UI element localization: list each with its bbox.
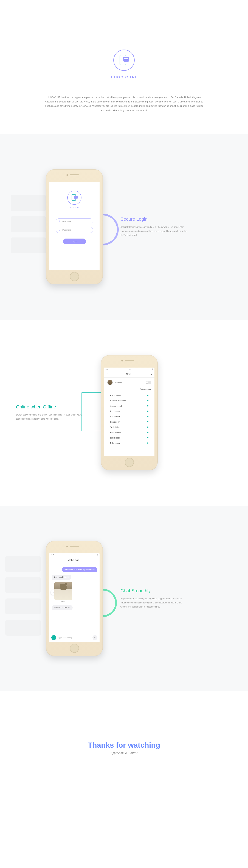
attach-button[interactable]: +	[51, 635, 56, 640]
person-name: Saif hassan	[110, 415, 120, 417]
section-secure-login: HUGO CHAT Username Password Log in	[0, 134, 248, 320]
ghost-mockups	[11, 195, 46, 259]
footer-subtitle: Appreciate & Follow	[0, 751, 248, 755]
section-title: Online when Offline	[16, 404, 83, 410]
message-received: wow what a nice cat	[52, 605, 73, 610]
status-bar: AT&T 11:04 ▮▯	[104, 368, 155, 371]
online-dot-icon	[147, 432, 148, 433]
person-row[interactable]: Yasin billah	[108, 425, 150, 430]
image-message: 1.5 Mb	[52, 582, 75, 602]
section-online-offline: AT&T 11:04 ▮▯ ‹ Chat Jhon doe	[0, 320, 248, 505]
person-row[interactable]: Shawon mahamud	[108, 398, 150, 403]
carrier: AT&T	[106, 368, 109, 370]
back-icon[interactable]: ‹	[52, 559, 52, 561]
online-dot-icon	[147, 416, 148, 417]
person-name: Billah reyad	[110, 442, 120, 444]
phone-mockup: HUGO CHAT Username Password Log in	[46, 169, 103, 284]
battery-icon: ▮▯	[97, 554, 98, 556]
svg-point-2	[150, 373, 151, 374]
online-dot-icon	[147, 395, 148, 396]
status-time: 11:04	[129, 368, 132, 370]
avatar	[107, 380, 113, 385]
section-chat-smoothly: AT&T 11:04 ▮▯ ‹ John doe ⋮ Hello allen. …	[0, 505, 248, 691]
svg-rect-1	[59, 230, 60, 230]
current-user-row: Jhon doe	[104, 378, 155, 387]
username: Jhon doe	[114, 381, 122, 383]
person-row[interactable]: Fahim foisal	[108, 430, 150, 435]
app-description: HUGO CHAT is a free chat app where you c…	[44, 95, 204, 113]
person-row[interactable]: Labib iqbal	[108, 435, 150, 440]
online-dot-icon	[147, 410, 148, 412]
carrier: AT&T	[51, 554, 54, 556]
password-input[interactable]: Password	[56, 227, 93, 233]
message-input[interactable]: Type something …	[58, 637, 91, 639]
section-desc: Switch between online and offline. See f…	[16, 413, 83, 421]
user-icon	[58, 220, 61, 222]
section-title: Secure Login	[120, 216, 188, 222]
username-input[interactable]: Username	[56, 218, 93, 224]
person-name: Yasin billah	[110, 426, 120, 428]
search-icon[interactable]	[149, 373, 152, 375]
status-time: 11:04	[74, 554, 77, 556]
more-icon[interactable]: ⋮	[95, 559, 97, 561]
phone-mockup: AT&T 11:04 ▮▯ ‹ John doe ⋮ Hello allen. …	[46, 541, 103, 656]
online-dot-icon	[147, 421, 148, 423]
section-text: Secure Login Securely login your account…	[120, 216, 188, 237]
person-row[interactable]: Rokib hassan	[108, 393, 150, 398]
image-size: 1.5 Mb	[52, 601, 75, 602]
person-row[interactable]: Reaz uddin	[108, 419, 150, 425]
footer-title: Thanks for watching	[0, 741, 248, 749]
chat-bubble-icon	[123, 57, 129, 62]
conversation-title: John doe	[68, 559, 79, 561]
online-toggle[interactable]	[146, 381, 151, 384]
online-dot-icon	[147, 427, 148, 428]
person-row[interactable]: Anzum reyad	[108, 403, 150, 409]
login-brand: HUGO CHAT	[68, 207, 81, 209]
password-placeholder: Password	[62, 229, 71, 231]
section-text: Chat Smoothly High reliability, scalabil…	[120, 588, 188, 609]
person-name: Rokib hassan	[110, 394, 122, 396]
online-dot-icon	[147, 437, 148, 438]
person-name: Anzum reyad	[110, 405, 122, 407]
login-logo	[67, 191, 82, 205]
svg-line-3	[151, 374, 151, 375]
person-row[interactable]: Billah reyad	[108, 440, 150, 446]
person-name: Shawon mahamud	[110, 400, 127, 402]
active-people-label: Active people	[104, 387, 155, 392]
status-bar: AT&T 11:04 ▮▯	[49, 553, 100, 557]
username-placeholder: Username	[62, 220, 72, 222]
hero-section: HUGO CHAT HUGO CHAT is a free chat app w…	[0, 0, 248, 134]
person-name: Reaz uddin	[110, 421, 120, 423]
app-logo-circle	[113, 50, 135, 71]
phone-mockup: AT&T 11:04 ▮▯ ‹ Chat Jhon doe	[101, 355, 158, 470]
person-row[interactable]: Saif hassan	[108, 414, 150, 419]
footer: Thanks for watching Appreciate & Follow	[0, 691, 248, 797]
person-name: Pial hassan	[110, 410, 120, 412]
section-title: Chat Smoothly	[120, 588, 188, 593]
message-received: Okey send it to me	[52, 575, 72, 580]
lock-icon	[58, 229, 61, 231]
person-name: Labib iqbal	[110, 437, 119, 439]
section-text: Online when Offline Switch between onlin…	[16, 404, 83, 421]
cat-image	[54, 582, 72, 600]
online-dot-icon	[147, 442, 148, 444]
login-button[interactable]: Log in	[63, 239, 86, 244]
send-button[interactable]	[92, 635, 98, 640]
active-people-list: Rokib hassanShawon mahamudAnzum reyadPia…	[104, 392, 155, 446]
ghost-mockups	[5, 556, 41, 641]
online-dot-icon	[147, 405, 148, 406]
svg-point-0	[59, 221, 60, 221]
screen-title: Chat	[126, 373, 131, 375]
battery-icon: ▮▯	[151, 368, 153, 370]
app-title: HUGO CHAT	[0, 75, 248, 79]
section-desc: High reliability, scalability and high l…	[120, 597, 188, 609]
person-name: Fahim foisal	[110, 431, 121, 434]
back-icon[interactable]: ‹	[107, 373, 108, 376]
section-desc: Securely login your account and get all …	[120, 225, 188, 237]
message-sent: Hello allen. How about my latest shot?	[62, 567, 97, 572]
online-dot-icon	[147, 400, 148, 401]
person-row[interactable]: Pial hassan	[108, 409, 150, 414]
